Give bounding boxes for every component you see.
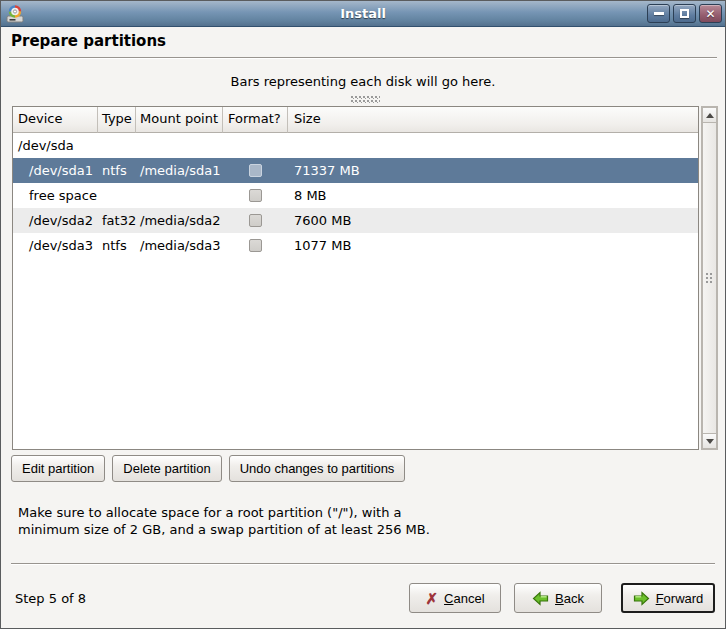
table-body: /dev/sda/dev/sda1ntfs/media/sda171337 MB…: [13, 133, 698, 449]
arrow-down-icon: [706, 439, 714, 444]
format-checkbox[interactable]: [249, 214, 262, 227]
pane-resize-grip[interactable]: [350, 95, 380, 103]
scroll-down-button[interactable]: [702, 433, 717, 449]
forward-label: Forward: [656, 591, 704, 606]
page-title: Prepare partitions: [11, 32, 166, 50]
cell-size: 1077 MB: [288, 238, 698, 253]
cell-device: /dev/sda: [13, 138, 98, 153]
back-arrow-icon: [532, 591, 549, 606]
edit-partition-button[interactable]: Edit partition: [11, 455, 105, 482]
window-title: Install: [1, 6, 725, 21]
cell-type: ntfs: [98, 163, 136, 178]
undo-changes-button[interactable]: Undo changes to partitions: [229, 455, 406, 482]
partition-table: Device Type Mount point Format? Size /de…: [12, 106, 699, 450]
cell-size: 71337 MB: [288, 163, 698, 178]
column-header-size[interactable]: Size: [288, 107, 698, 133]
maximize-button[interactable]: [673, 4, 696, 23]
root-partition-note: Make sure to allocate space for a root p…: [18, 504, 430, 538]
cell-device: free space: [13, 188, 98, 203]
partition-actions: Edit partition Delete partition Undo cha…: [11, 455, 405, 482]
footer-separator: [11, 563, 715, 565]
close-button[interactable]: ✕: [699, 4, 722, 23]
table-scrollbar[interactable]: [701, 106, 718, 450]
back-label: Back: [555, 591, 584, 606]
cell-mount: /media/sda1: [136, 163, 223, 178]
table-row[interactable]: /dev/sda3ntfs/media/sda31077 MB: [13, 233, 698, 258]
forward-button[interactable]: Forward: [621, 583, 715, 613]
minimize-icon: [654, 12, 664, 15]
cell-format: [223, 164, 288, 177]
format-checkbox[interactable]: [249, 164, 262, 177]
column-header-mount-point[interactable]: Mount point: [136, 107, 223, 133]
delete-partition-button[interactable]: Delete partition: [112, 455, 221, 482]
back-button[interactable]: Back: [514, 583, 602, 613]
cell-device: /dev/sda3: [13, 238, 98, 253]
install-window: Install ✕ Prepare partitions Bars repres…: [0, 0, 726, 629]
table-header: Device Type Mount point Format? Size: [13, 107, 698, 133]
scrollbar-thumb[interactable]: [702, 123, 717, 433]
step-indicator: Step 5 of 8: [15, 591, 86, 606]
cancel-button[interactable]: ✗ Cancel: [409, 583, 501, 613]
cell-format: [223, 214, 288, 227]
column-header-type[interactable]: Type: [98, 107, 136, 133]
table-row[interactable]: free space8 MB: [13, 183, 698, 208]
cell-format: [223, 189, 288, 202]
cell-mount: /media/sda2: [136, 213, 223, 228]
table-row[interactable]: /dev/sda2fat32/media/sda27600 MB: [13, 208, 698, 233]
forward-arrow-icon: [633, 591, 650, 606]
scroll-up-button[interactable]: [702, 107, 717, 123]
close-icon: ✕: [705, 8, 715, 20]
cell-mount: /media/sda3: [136, 238, 223, 253]
heading-separator: [9, 57, 717, 59]
table-row[interactable]: /dev/sda1ntfs/media/sda171337 MB: [13, 158, 698, 183]
format-checkbox[interactable]: [249, 189, 262, 202]
cell-size: 7600 MB: [288, 213, 698, 228]
cell-format: [223, 239, 288, 252]
arrow-up-icon: [706, 113, 714, 118]
scrollbar-grip-icon: [705, 272, 714, 285]
cell-size: 8 MB: [288, 188, 698, 203]
installer-disc-icon: [5, 4, 25, 24]
column-header-device[interactable]: Device: [13, 107, 98, 133]
titlebar[interactable]: Install ✕: [1, 1, 725, 27]
cell-type: fat32: [98, 213, 136, 228]
column-header-format[interactable]: Format?: [223, 107, 288, 133]
minimize-button[interactable]: [647, 4, 670, 23]
maximize-icon: [680, 9, 689, 18]
cell-type: ntfs: [98, 238, 136, 253]
cell-device: /dev/sda2: [13, 213, 98, 228]
disk-bars-placeholder: Bars representing each disk will go here…: [1, 74, 725, 89]
format-checkbox[interactable]: [249, 239, 262, 252]
cancel-label: Cancel: [444, 591, 484, 606]
cancel-x-icon: ✗: [425, 591, 438, 606]
cell-device: /dev/sda1: [13, 163, 98, 178]
table-row[interactable]: /dev/sda: [13, 133, 698, 158]
